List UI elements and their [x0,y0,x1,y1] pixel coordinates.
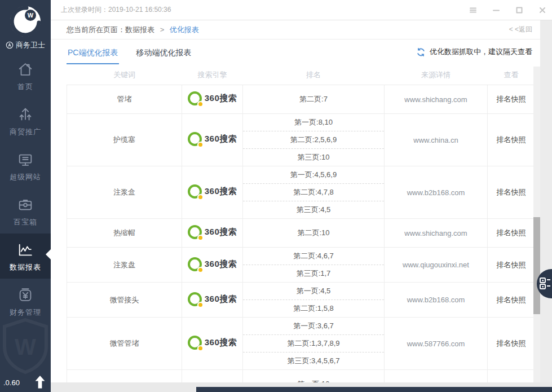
menu-button[interactable] [469,6,477,14]
watermark-shield-icon: W [1,318,50,376]
keyword-cell: 注浆盘 [67,248,182,283]
sidebar-item-report[interactable]: 数据报表 [0,234,51,279]
tab-1[interactable]: 移动端优化报表 [135,48,192,64]
rank-line: 第三页:3,4,5,6,7 [243,352,384,369]
sidebar-nav: 首页 商贸推广 超级网站 百宝箱 数据报表 财务管理 [0,53,51,324]
rank-line: 第二页:4,6,7 [243,248,384,265]
titlebar: 上次登录时间：2019-10-21 16:50:36 [51,0,552,20]
engine-label: 360搜索 [205,337,237,348]
report-table: 关键词搜索引擎排名来源详情查看 管堵 360搜索 第二页:7 www.shich… [67,65,535,382]
search-engine-360-icon [188,225,202,239]
sidebar-item-label: 数据报表 [0,262,51,272]
engine-badge: 360搜索 [188,91,237,105]
svg-text:W: W [15,334,36,359]
engine-label: 360搜索 [205,93,237,104]
sidebar: W 商务卫士 首页 商贸推广 超级网站 百宝箱 数据报表 财务管理 [0,0,51,392]
horizontal-scrollbar-thumb[interactable] [196,387,552,392]
engine-label: 360搜索 [205,134,237,144]
engine-label: 360搜索 [205,186,237,197]
rank-line: 第一页:4,5,6,9 [243,166,384,183]
rank-line: 第三页:4,5 [243,201,384,218]
rank-line: 第一页:10 [243,376,384,382]
column-header: 搜索引擎 [182,65,243,85]
vertical-scrollbar-thumb[interactable] [533,217,540,314]
keyword-cell [67,370,182,383]
table-header-row: 关键词搜索引擎排名来源详情查看 [67,65,535,85]
search-engine-360-icon [188,336,202,350]
breadcrumb-separator: > [160,25,165,34]
minimize-button[interactable] [492,6,500,14]
tab-0[interactable]: PC端优化报表 [67,48,119,64]
search-engine-360-icon [188,292,202,306]
sidebar-item-promotion[interactable]: 商贸推广 [0,98,51,143]
fetch-notice-text: 优化数据抓取中，建议隔天查看 [430,47,532,57]
view-link[interactable]: 排名快照 [497,135,526,144]
search-engine-360-icon [188,257,202,271]
tabs-bar: PC端优化报表移动端优化报表 优化数据抓取中，建议隔天查看 [51,39,540,64]
search-engine-360-icon [188,184,202,199]
view-link[interactable]: 排名快照 [497,188,526,196]
source-cell: www.shichang.com [404,229,467,237]
column-header: 查看 [488,65,535,85]
table-body: 管堵 360搜索 第二页:7 www.shichang.com 排名快照 护缆塞… [67,85,535,383]
home-icon [17,61,34,78]
table-row: 护缆塞 360搜索 第一页:8,10第二页:2,5,6,9第三页:10 www.… [67,114,535,166]
source-cell: www.b2b168.com [407,296,465,304]
version-label: .0.60 [3,378,20,387]
column-header: 关键词 [67,65,182,85]
maximize-button[interactable] [515,6,523,14]
column-header: 排名 [243,65,385,85]
keyword-cell: 微管接头 [67,283,182,318]
window-controls [469,0,546,20]
sidebar-item-label: 首页 [0,82,51,92]
keyword-cell: 微管管堵 [67,318,182,370]
rank-line: 第二页:2,5,6,9 [243,131,384,148]
engine-badge: 360搜索 [188,336,237,350]
table-row: 热缩帽 360搜索 第二页:10 www.shichang.com 排名快照 [67,219,535,248]
finance-icon [17,287,34,303]
sidebar-item-website[interactable]: 超级网站 [0,143,51,188]
rank-line: 第三页:10 [243,148,384,166]
source-cell: www.qiugouxinxi.net [403,261,469,269]
view-link[interactable]: 排名快照 [497,228,526,237]
view-link[interactable]: 排名快照 [497,261,526,269]
report-icon [17,241,34,258]
breadcrumb-current-link[interactable]: 优化报表 [170,25,199,34]
vertical-scrollbar[interactable] [533,67,540,382]
svg-text:W: W [28,12,34,19]
rank-cell: 第一页:4,5第二页:1,5,8 [243,283,385,318]
engine-badge: 360搜索 [188,292,237,306]
refresh-icon [416,47,426,57]
promotion-icon [17,106,34,123]
rank-cell: 第二页:7 [243,85,385,114]
view-link[interactable]: 排名快照 [497,95,526,103]
breadcrumb-prefix: 您当前所在页面：数据报表 [67,25,154,34]
active-pointer [41,249,51,259]
website-icon [17,151,34,168]
close-button[interactable] [538,6,546,14]
keyword-cell: 护缆塞 [67,114,182,166]
table-row: 微管接头 360搜索 第一页:4,5第二页:1,5,8 www.b2b168.c… [67,283,535,318]
sidebar-item-home[interactable]: 首页 [0,53,51,98]
menu-icon [469,6,477,14]
table-row: 管堵 360搜索 第二页:7 www.shichang.com 排名快照 [67,85,535,114]
engine-label: 360搜索 [205,294,237,305]
horizontal-scrollbar[interactable] [51,382,552,392]
content-panel: 您当前所在页面：数据报表 > 优化报表 < <返回 PC端优化报表移动端优化报表… [51,20,540,382]
qr-code-icon [538,277,552,290]
view-link[interactable]: 排名快照 [497,339,526,347]
rank-cell: 第一页:8,10第二页:2,5,6,9第三页:10 [243,114,385,166]
sidebar-item-finance[interactable]: 财务管理 [0,279,51,324]
maximize-icon [515,6,523,14]
scroll-top-button[interactable] [35,376,45,388]
back-button[interactable]: < <返回 [509,20,532,39]
sidebar-item-label: 百宝箱 [0,217,51,227]
rank-line: 第一页:8,10 [243,114,384,131]
engine-badge: 360搜索 [188,257,237,271]
view-link[interactable]: 排名快照 [497,296,526,304]
sidebar-item-toolbox[interactable]: 百宝箱 [0,188,51,234]
rank-cell: 第一页:3,6,7第二页:1,3,7,8,9第三页:3,4,5,6,7 [243,318,385,370]
rank-line: 第二页:1,5,8 [243,299,384,317]
rank-line: 第一页:4,5 [243,283,384,299]
fetch-notice: 优化数据抓取中，建议隔天查看 [416,47,532,57]
